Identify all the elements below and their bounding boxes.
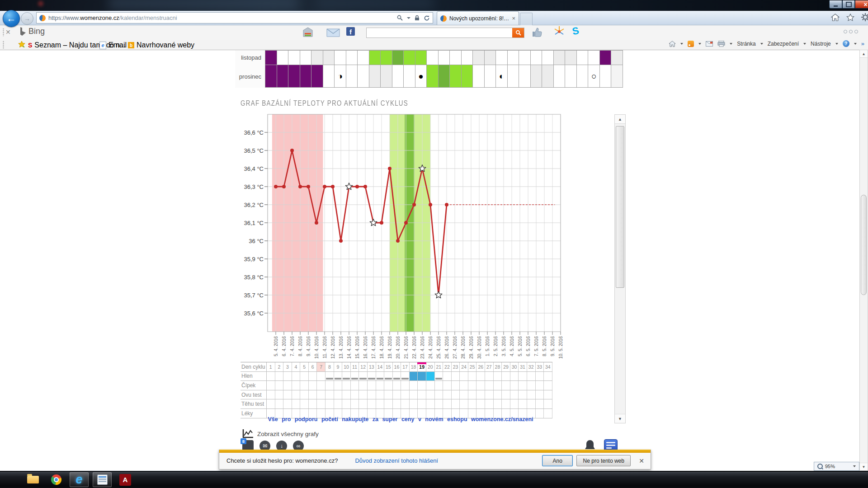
scrollbar-thumb[interactable] xyxy=(616,126,624,288)
table-cell[interactable] xyxy=(292,381,301,390)
favorite-navrhovane-weby[interactable]: b Navrhované weby xyxy=(128,41,194,49)
table-cell[interactable] xyxy=(368,381,376,390)
taskbar-active-app-icon[interactable] xyxy=(93,472,112,487)
table-cell[interactable] xyxy=(334,390,343,399)
cycle-day-number[interactable]: 20 xyxy=(426,362,435,371)
star-marker-icon[interactable] xyxy=(435,291,442,298)
shopping-icon[interactable] xyxy=(302,27,314,38)
table-cell[interactable] xyxy=(317,372,326,381)
cycle-day-number[interactable]: 3 xyxy=(283,362,292,371)
calendar-day-cell[interactable] xyxy=(600,65,612,88)
more-commands-chevron[interactable]: » xyxy=(861,40,864,47)
add-favorite-button[interactable] xyxy=(18,41,26,48)
data-point[interactable] xyxy=(412,203,416,206)
scroll-up-icon[interactable]: ▲ xyxy=(615,115,625,124)
search-dropdown-icon[interactable] xyxy=(407,17,410,19)
cycle-day-number[interactable]: 17 xyxy=(401,362,410,371)
table-cell[interactable] xyxy=(393,372,401,381)
command-tools[interactable]: Nástroje xyxy=(811,41,831,47)
calendar-day-cell[interactable] xyxy=(300,50,312,65)
table-cell[interactable] xyxy=(544,381,552,390)
table-cell[interactable] xyxy=(384,399,393,408)
help-dropdown-icon[interactable] xyxy=(854,43,857,45)
table-cell[interactable] xyxy=(519,399,527,408)
data-point[interactable] xyxy=(388,167,392,170)
toolbar-grip[interactable] xyxy=(3,28,4,36)
safety-dropdown-icon[interactable] xyxy=(803,43,806,45)
table-cell[interactable] xyxy=(510,381,519,390)
calendar-day-cell[interactable] xyxy=(565,50,577,65)
table-cell[interactable] xyxy=(410,399,418,408)
home-icon[interactable] xyxy=(831,14,840,21)
table-cell[interactable] xyxy=(502,399,510,408)
table-cell[interactable] xyxy=(275,399,284,408)
close-window-button[interactable]: × xyxy=(855,0,868,9)
promo-link[interactable]: Vše pro podporu početí nakupujte za supe… xyxy=(241,416,561,422)
toolbar-grip[interactable] xyxy=(3,41,4,49)
calendar-day-cell[interactable] xyxy=(577,65,589,88)
calendar-day-cell[interactable] xyxy=(311,65,323,88)
table-cell[interactable] xyxy=(300,372,309,381)
table-cell[interactable] xyxy=(393,399,401,408)
minimize-button[interactable] xyxy=(829,0,842,9)
print-icon[interactable] xyxy=(717,41,725,47)
table-cell[interactable] xyxy=(342,372,351,381)
table-cell[interactable] xyxy=(544,372,552,381)
data-point[interactable] xyxy=(315,221,318,225)
calendar-day-cell[interactable] xyxy=(496,50,508,65)
table-cell[interactable] xyxy=(376,372,385,381)
rss-dropdown-icon[interactable] xyxy=(698,43,701,45)
table-cell[interactable] xyxy=(452,399,460,408)
save-password-no-button[interactable]: Ne pro tento web xyxy=(576,455,631,466)
table-cell[interactable] xyxy=(476,381,485,390)
table-cell[interactable] xyxy=(527,399,536,408)
table-cell[interactable] xyxy=(334,372,343,381)
table-cell[interactable] xyxy=(275,372,284,381)
toolbar-search-input[interactable] xyxy=(367,28,512,38)
calendar-day-cell[interactable] xyxy=(288,50,300,65)
table-cell[interactable] xyxy=(300,390,309,399)
table-cell[interactable] xyxy=(334,381,343,390)
calendar-day-cell[interactable] xyxy=(369,65,381,88)
calendar-day-cell[interactable] xyxy=(508,50,519,65)
maximize-button[interactable] xyxy=(842,0,855,9)
help-icon[interactable]: ? xyxy=(843,40,849,47)
calendar-day-cell[interactable] xyxy=(300,65,312,88)
cycle-day-number[interactable]: 33 xyxy=(536,362,544,371)
cycle-day-number[interactable]: 24 xyxy=(460,362,468,371)
scroll-up-icon[interactable]: ▲ xyxy=(860,50,868,58)
table-cell[interactable] xyxy=(368,390,376,399)
table-cell[interactable] xyxy=(519,372,527,381)
bing-logo[interactable]: Bing xyxy=(20,27,45,36)
address-bar[interactable]: https://www.womenzone.cz/kalendar/menstr… xyxy=(36,12,433,23)
calendar-day-cell[interactable] xyxy=(485,65,496,88)
calendar-day-cell[interactable] xyxy=(346,65,358,88)
table-cell[interactable] xyxy=(359,390,368,399)
cycle-day-number[interactable]: 19 xyxy=(418,362,426,371)
calendar-day-cell[interactable] xyxy=(277,50,289,65)
star-marker-icon[interactable] xyxy=(345,183,353,190)
table-cell[interactable] xyxy=(502,381,510,390)
taskbar-explorer-icon[interactable] xyxy=(24,472,42,487)
toolbar-close-icon[interactable]: ✕ xyxy=(5,28,11,36)
calendar-day-cell[interactable] xyxy=(288,65,300,88)
cycle-day-number[interactable]: 26 xyxy=(476,362,485,371)
star-marker-icon[interactable] xyxy=(370,219,377,226)
cycle-day-number[interactable]: 7 xyxy=(317,362,326,371)
table-cell[interactable] xyxy=(393,381,401,390)
table-cell[interactable] xyxy=(359,381,368,390)
table-cell[interactable] xyxy=(536,381,544,390)
table-cell[interactable] xyxy=(460,399,468,408)
calendar-day-cell[interactable] xyxy=(473,50,485,65)
cycle-day-number[interactable]: 31 xyxy=(519,362,527,371)
favorites-star-icon[interactable] xyxy=(846,14,854,21)
calendar-day-cell[interactable] xyxy=(531,50,542,65)
table-cell[interactable] xyxy=(368,372,376,381)
cycle-day-number[interactable]: 34 xyxy=(544,362,552,371)
table-cell[interactable] xyxy=(283,390,292,399)
cycle-day-number[interactable]: 23 xyxy=(452,362,460,371)
table-cell[interactable] xyxy=(300,399,309,408)
settings-gear-icon[interactable] xyxy=(861,13,868,21)
table-cell[interactable] xyxy=(527,390,536,399)
cycle-day-number[interactable]: 2 xyxy=(275,362,284,371)
